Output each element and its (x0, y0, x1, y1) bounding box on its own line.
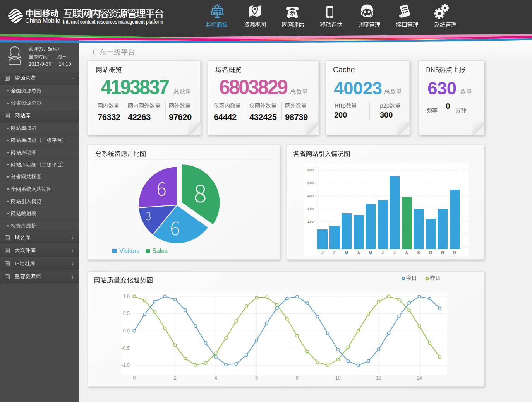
svg-text:M: M (369, 251, 372, 255)
svg-text:6: 6 (255, 375, 258, 381)
svg-text:600: 600 (307, 181, 314, 185)
svg-text:14: 14 (417, 375, 422, 381)
svg-text:Visitors: Visitors (119, 248, 139, 254)
svg-text:F: F (333, 251, 336, 255)
svg-text:J: J (393, 251, 396, 255)
svg-text:A: A (357, 251, 360, 255)
svg-text:M: M (345, 251, 348, 255)
svg-text:800: 800 (307, 168, 314, 172)
svg-text:O: O (429, 251, 432, 255)
svg-text:-1.0: -1.0 (121, 363, 130, 368)
svg-text:10: 10 (335, 375, 341, 381)
svg-text:100: 100 (307, 219, 314, 224)
svg-text:D: D (453, 251, 456, 255)
svg-text:Sales: Sales (152, 248, 168, 254)
svg-text:8: 8 (296, 375, 299, 381)
svg-text:N: N (441, 251, 444, 255)
svg-text:400: 400 (307, 193, 314, 198)
svg-text:0.5: 0.5 (123, 311, 130, 316)
svg-text:0.0: 0.0 (123, 328, 130, 334)
svg-text:200: 200 (307, 207, 314, 211)
svg-text:1.0: 1.0 (123, 294, 130, 299)
svg-text:J: J (381, 251, 384, 255)
svg-text:J: J (321, 251, 324, 255)
svg-text:A: A (405, 251, 408, 255)
svg-text:S: S (417, 251, 420, 255)
svg-text:-0.5: -0.5 (121, 346, 130, 351)
svg-text:2: 2 (174, 375, 177, 381)
svg-text:12: 12 (376, 375, 381, 381)
svg-text:0: 0 (133, 375, 136, 381)
svg-text:4: 4 (215, 375, 217, 381)
